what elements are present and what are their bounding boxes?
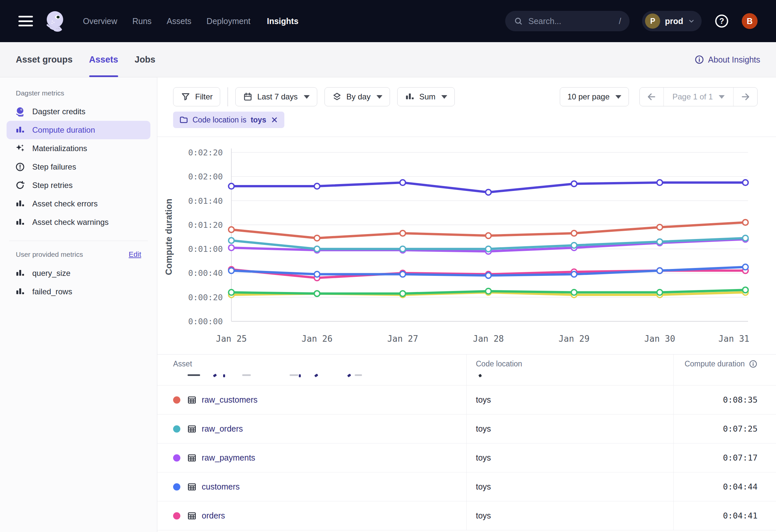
data-point-red[interactable] [657, 224, 662, 230]
filter-button[interactable]: Filter [173, 87, 220, 106]
data-point-green[interactable] [743, 287, 748, 293]
data-point-red[interactable] [229, 227, 234, 232]
data-point-teal[interactable] [486, 246, 491, 252]
nav-item-assets[interactable]: Assets [167, 16, 192, 26]
date-range-label: Last 7 days [257, 92, 298, 102]
data-point-green[interactable] [229, 290, 234, 295]
y-tick-label: 0:00:40 [188, 268, 223, 278]
y-tick-label: 0:02:00 [188, 172, 223, 181]
asset-link[interactable]: customers [202, 482, 240, 492]
metrics-sidebar: Dagster metrics Dagster credits Compute … [0, 77, 157, 532]
sidebar-item-step-retries[interactable]: Step retries [7, 176, 150, 195]
asset-link[interactable]: raw_customers [202, 395, 258, 405]
per-page-button[interactable]: 10 per page [560, 87, 629, 106]
data-point-teal[interactable] [314, 246, 320, 252]
info-icon [695, 55, 704, 64]
tab-asset-groups[interactable]: Asset groups [16, 42, 73, 77]
nav-item-insights-active[interactable]: Insights [267, 16, 299, 26]
data-point-red[interactable] [571, 230, 577, 236]
sidebar-item-asset-check-errors[interactable]: Asset check errors [7, 195, 150, 213]
data-point-teal[interactable] [743, 235, 748, 241]
partially-scrolled-row[interactable] [157, 373, 776, 385]
data-point-blue[interactable] [400, 272, 405, 277]
close-icon[interactable] [270, 116, 278, 124]
nav-item-deployment[interactable]: Deployment [207, 16, 250, 26]
col-code-location: Code location [476, 359, 522, 368]
data-point-indigo[interactable] [486, 189, 491, 195]
table-grid-icon [187, 482, 197, 492]
main-panel: Filter Last 7 days By day [157, 77, 776, 532]
data-point-teal[interactable] [657, 239, 662, 244]
filter-chip-code-location[interactable]: Code location is toys [173, 112, 284, 128]
arrow-left-icon [646, 92, 657, 102]
data-point-teal[interactable] [229, 238, 234, 243]
top-nav: OverviewRunsAssetsDeploymentInsights Sea… [0, 0, 776, 42]
asset-link[interactable]: raw_orders [202, 424, 243, 433]
filter-chip-prefix: Code location is [193, 116, 246, 125]
x-tick-label: Jan 30 [644, 334, 675, 344]
asset-link[interactable]: orders [202, 511, 225, 520]
nav-item-overview[interactable]: Overview [83, 16, 117, 26]
data-point-blue[interactable] [229, 268, 234, 274]
about-insights-button[interactable]: About Insights [695, 42, 760, 77]
data-point-purple[interactable] [229, 245, 234, 250]
nav-item-runs[interactable]: Runs [132, 16, 151, 26]
data-point-indigo[interactable] [657, 180, 662, 185]
date-range-button[interactable]: Last 7 days [235, 87, 317, 106]
series-color-dot [173, 454, 180, 462]
data-point-red[interactable] [486, 233, 491, 238]
sidebar-item-asset-check-warnings[interactable]: Asset check warnings [7, 213, 150, 231]
table-header: Asset Code location Compute duration [157, 355, 776, 373]
data-point-indigo[interactable] [229, 183, 234, 189]
sidebar-item-materializations[interactable]: Materializations [7, 139, 150, 158]
data-point-red[interactable] [314, 235, 320, 241]
data-point-green[interactable] [571, 290, 577, 295]
prev-page-button[interactable] [640, 87, 663, 106]
user-avatar[interactable]: B [742, 13, 758, 29]
data-point-indigo[interactable] [571, 181, 577, 187]
help-icon[interactable]: ? [714, 13, 729, 29]
data-point-blue[interactable] [743, 264, 748, 270]
data-point-indigo[interactable] [743, 180, 748, 185]
sidebar-item-step-failures[interactable]: Step failures [7, 158, 150, 176]
caret-down-icon [377, 95, 382, 99]
group-by-button[interactable]: By day [325, 87, 390, 106]
data-point-green[interactable] [657, 290, 662, 295]
asset-link[interactable]: raw_payments [202, 453, 255, 463]
sidebar-item-query_size[interactable]: query_size [7, 264, 150, 283]
data-point-green[interactable] [314, 291, 320, 296]
data-point-blue[interactable] [486, 273, 491, 278]
line-chart[interactable]: 0:00:000:00:200:00:400:01:000:01:200:01:… [157, 137, 776, 354]
search-icon [514, 16, 523, 26]
data-point-blue[interactable] [314, 272, 320, 277]
y-tick-label: 0:01:20 [188, 220, 223, 230]
search-placeholder: Search... [528, 16, 613, 26]
data-point-green[interactable] [400, 291, 405, 296]
search-input[interactable]: Search... / [505, 11, 629, 31]
bar-chart-icon [15, 217, 25, 227]
hamburger-menu-icon[interactable] [18, 16, 33, 26]
data-point-blue[interactable] [571, 272, 577, 277]
page-indicator[interactable]: Page 1 of 1 [663, 87, 734, 106]
sidebar-item-compute-duration[interactable]: Compute duration [7, 121, 150, 139]
data-point-red[interactable] [400, 230, 405, 236]
dagster-logo-icon[interactable] [44, 10, 66, 32]
edit-metrics-link[interactable]: Edit [129, 250, 141, 259]
tab-assets[interactable]: Assets [89, 42, 119, 77]
data-point-green[interactable] [486, 289, 491, 294]
data-point-indigo[interactable] [400, 180, 405, 185]
data-point-indigo[interactable] [314, 183, 320, 189]
data-point-teal[interactable] [571, 243, 577, 248]
table-row-raw_payments: raw_payments toys 0:07:17 [157, 444, 776, 473]
sidebar-item-dagster-credits[interactable]: Dagster credits [7, 103, 150, 121]
tab-jobs[interactable]: Jobs [135, 42, 155, 77]
next-page-button[interactable] [734, 87, 757, 106]
aggregation-button[interactable]: Sum [397, 87, 455, 106]
sidebar-item-failed_rows[interactable]: failed_rows [7, 283, 150, 301]
workspace-switcher[interactable]: P prod [642, 11, 702, 31]
data-point-red[interactable] [743, 220, 748, 225]
data-point-blue[interactable] [657, 268, 662, 274]
data-point-teal[interactable] [400, 246, 405, 252]
sidebar-section-label: Dagster metrics [16, 89, 64, 97]
x-tick-label: Jan 25 [216, 334, 247, 344]
